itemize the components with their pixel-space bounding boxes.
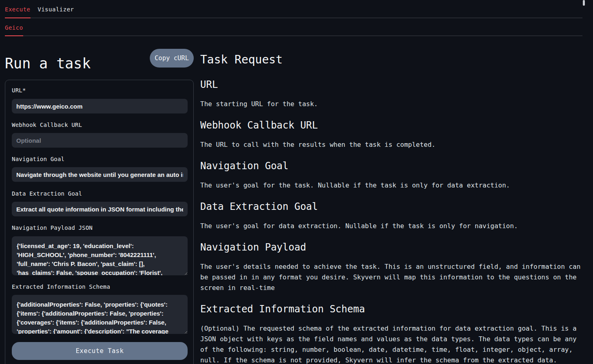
tab-execute[interactable]: Execute: [5, 6, 31, 18]
url-label: URL*: [12, 87, 26, 94]
navigation-payload-json-textarea[interactable]: {'licensed_at_age': 19, 'education_level…: [12, 236, 188, 275]
subtab-geico[interactable]: Geico: [5, 24, 23, 36]
top-navigation: Execute Visualizer Geico: [5, 0, 582, 36]
doc-heading-data-extraction-goal: Data Extraction Goal: [200, 201, 583, 212]
doc-description-extracted-information-schema: (Optional) The requested schema of the e…: [200, 323, 583, 364]
main-tab-bar: Execute Visualizer: [5, 0, 582, 18]
extracted-information-schema-textarea[interactable]: {'additionalProperties': False, 'propert…: [12, 295, 188, 334]
doc-heading-navigation-goal: Navigation Goal: [200, 160, 583, 172]
page-scrollbar-thumb[interactable]: [583, 0, 585, 6]
doc-section-extracted-information-schema: Extracted Information Schema (Optional) …: [200, 303, 583, 364]
docs-title: Task Request: [200, 53, 583, 66]
copy-curl-button[interactable]: Copy cURL: [150, 49, 194, 68]
execute-task-button[interactable]: Execute Task: [12, 342, 188, 360]
page-title: Run a task: [5, 55, 91, 72]
data-extraction-goal-input[interactable]: [12, 202, 188, 216]
sub-tab-bar: Geico: [5, 18, 582, 36]
doc-description-data-extraction-goal: The user's goal for data extraction. Nul…: [200, 221, 583, 231]
doc-heading-navigation-payload: Navigation Payload: [200, 242, 583, 253]
doc-heading-url: URL: [200, 79, 583, 90]
navigation-goal-label: Navigation Goal: [12, 156, 64, 162]
doc-description-url: The starting URL for the task.: [200, 99, 583, 109]
doc-description-navigation-payload: The user's details needed to achieve the…: [200, 262, 583, 293]
tab-visualizer[interactable]: Visualizer: [38, 6, 74, 18]
webhook-callback-url-label: Webhook Callback URL: [12, 122, 82, 128]
doc-section-navigation-goal: Navigation Goal The user's goal for the …: [200, 160, 583, 191]
doc-heading-webhook-callback-url: Webhook Callback URL: [200, 120, 583, 131]
navigation-payload-json-label: Navigation Payload JSON: [12, 225, 92, 231]
url-input[interactable]: [12, 99, 188, 113]
navigation-goal-input[interactable]: [12, 167, 188, 182]
extracted-information-schema-label: Extracted Information Schema: [12, 283, 110, 290]
doc-section-data-extraction-goal: Data Extraction Goal The user's goal for…: [200, 201, 583, 231]
webhook-callback-url-input[interactable]: [12, 133, 188, 148]
doc-section-url: URL The starting URL for the task.: [200, 79, 583, 109]
doc-section-webhook-callback-url: Webhook Callback URL The URL to call wit…: [200, 120, 583, 150]
task-request-docs: Task Request URL The starting URL for th…: [200, 49, 583, 364]
doc-description-navigation-goal: The user's goal for the task. Nullable i…: [200, 180, 583, 191]
doc-heading-extracted-information-schema: Extracted Information Schema: [200, 303, 583, 315]
doc-description-webhook-callback-url: The URL to call with the results when th…: [200, 139, 583, 150]
doc-section-navigation-payload: Navigation Payload The user's details ne…: [200, 242, 583, 293]
data-extraction-goal-label: Data Extraction Goal: [12, 190, 82, 197]
task-form-card: URL* Webhook Callback URL Navigation Goa…: [5, 80, 194, 364]
